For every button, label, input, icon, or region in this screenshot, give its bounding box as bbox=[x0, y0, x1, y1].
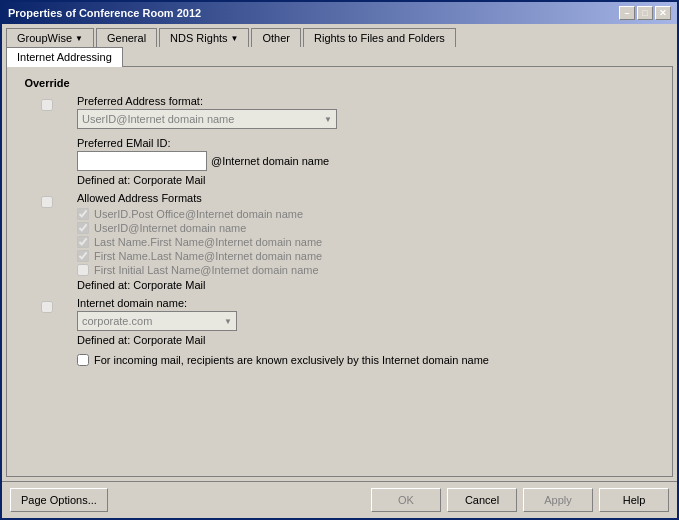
override-check-1 bbox=[17, 95, 77, 137]
window-title: Properties of Conference Room 2012 bbox=[8, 7, 201, 19]
preferred-address-select[interactable]: UserID@Internet domain name ▼ bbox=[77, 109, 337, 129]
domain-select[interactable]: corporate.com ▼ bbox=[77, 311, 237, 331]
defined-at-2: Defined at: Corporate Mail bbox=[77, 279, 662, 291]
email-id-row: @Internet domain name bbox=[77, 151, 662, 171]
allowed-formats-section: Allowed Address Formats UserID.Post Offi… bbox=[17, 192, 662, 297]
action-buttons: OK Cancel Apply Help bbox=[371, 488, 669, 512]
override-header: Override bbox=[17, 77, 77, 89]
format-item-4: First Name.Last Name@Internet domain nam… bbox=[77, 250, 662, 262]
apply-button[interactable]: Apply bbox=[523, 488, 593, 512]
select-arrow-icon: ▼ bbox=[324, 115, 332, 124]
title-bar-buttons: – □ ✕ bbox=[619, 6, 671, 20]
tab-row-2: Internet Addressing bbox=[2, 47, 677, 66]
override-check-3 bbox=[17, 297, 77, 366]
override-check-2 bbox=[17, 192, 77, 297]
close-button[interactable]: ✕ bbox=[655, 6, 671, 20]
format-item-1: UserID.Post Office@Internet domain name bbox=[77, 208, 662, 220]
tab-nds-rights[interactable]: NDS Rights ▼ bbox=[159, 28, 249, 47]
defined-at-1: Defined at: Corporate Mail bbox=[77, 174, 662, 186]
allowed-formats-title: Allowed Address Formats bbox=[77, 192, 662, 204]
format-checkbox-3[interactable] bbox=[77, 236, 89, 248]
nds-rights-dropdown-icon: ▼ bbox=[231, 34, 239, 43]
groupwise-dropdown-icon: ▼ bbox=[75, 34, 83, 43]
override-checkbox-3[interactable] bbox=[41, 301, 53, 313]
format-checkbox-4[interactable] bbox=[77, 250, 89, 262]
tab-row-1: GroupWise ▼ General NDS Rights ▼ Other R… bbox=[2, 24, 677, 47]
tab-other[interactable]: Other bbox=[251, 28, 301, 47]
page-options-button[interactable]: Page Options... bbox=[10, 488, 108, 512]
exclusive-checkbox[interactable] bbox=[77, 354, 89, 366]
tab-groupwise[interactable]: GroupWise ▼ bbox=[6, 28, 94, 47]
email-suffix: @Internet domain name bbox=[211, 155, 329, 167]
domain-label: Internet domain name: bbox=[77, 297, 662, 309]
tab-rights-files[interactable]: Rights to Files and Folders bbox=[303, 28, 456, 47]
format-item-5: First Initial Last Name@Internet domain … bbox=[77, 264, 662, 276]
preferred-address-dropdown[interactable]: UserID@Internet domain name ▼ bbox=[77, 109, 337, 129]
preferred-address-label: Preferred Address format: bbox=[77, 95, 662, 107]
help-button[interactable]: Help bbox=[599, 488, 669, 512]
domain-section: Internet domain name: corporate.com ▼ De… bbox=[17, 297, 662, 366]
format-checkbox-1[interactable] bbox=[77, 208, 89, 220]
bottom-bar: Page Options... OK Cancel Apply Help bbox=[2, 481, 677, 518]
tab-general[interactable]: General bbox=[96, 28, 157, 47]
minimize-button[interactable]: – bbox=[619, 6, 635, 20]
defined-at-3: Defined at: Corporate Mail bbox=[77, 334, 662, 346]
exclusive-row: For incoming mail, recipients are known … bbox=[77, 354, 662, 366]
format-item-2: UserID@Internet domain name bbox=[77, 222, 662, 234]
domain-arrow-icon: ▼ bbox=[224, 317, 232, 326]
preferred-address-section: Preferred Address format: UserID@Interne… bbox=[17, 95, 662, 137]
email-id-section: Preferred EMail ID: @Internet domain nam… bbox=[17, 137, 662, 192]
domain-dropdown-row[interactable]: corporate.com ▼ bbox=[77, 311, 237, 331]
override-checkbox-2[interactable] bbox=[41, 196, 53, 208]
email-id-label: Preferred EMail ID: bbox=[77, 137, 662, 149]
content-area: Override Preferred Address format: UserI… bbox=[6, 66, 673, 477]
format-checkbox-2[interactable] bbox=[77, 222, 89, 234]
override-checkbox-1[interactable] bbox=[41, 99, 53, 111]
format-checkbox-5[interactable] bbox=[77, 264, 89, 276]
title-bar: Properties of Conference Room 2012 – □ ✕ bbox=[2, 2, 677, 24]
cancel-button[interactable]: Cancel bbox=[447, 488, 517, 512]
email-id-input[interactable] bbox=[77, 151, 207, 171]
format-item-3: Last Name.First Name@Internet domain nam… bbox=[77, 236, 662, 248]
ok-button[interactable]: OK bbox=[371, 488, 441, 512]
maximize-button[interactable]: □ bbox=[637, 6, 653, 20]
tab-internet-addressing[interactable]: Internet Addressing bbox=[6, 47, 123, 67]
main-window: Properties of Conference Room 2012 – □ ✕… bbox=[0, 0, 679, 520]
